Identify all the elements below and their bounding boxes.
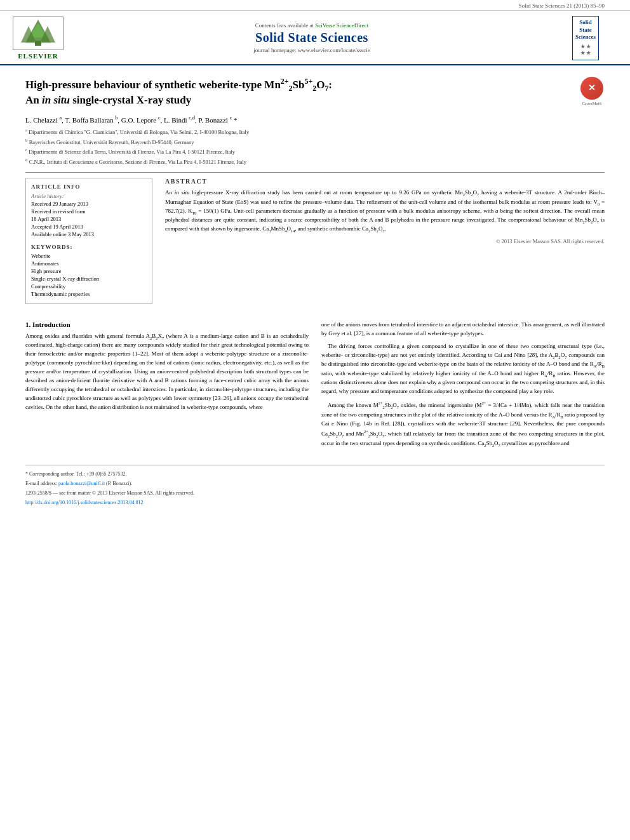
body-text-left: Among oxides and fluorides with general … (25, 332, 309, 412)
available-value: Available online 3 May 2013 (31, 231, 147, 239)
footer-section: * Corresponding author. Tel.: +39 (0)55 … (25, 465, 605, 507)
corresponding-note: * Corresponding author. Tel.: +39 (0)55 … (25, 470, 605, 478)
journal-title: Solid State Sciences (76, 30, 547, 45)
body-left: 1. Introduction Among oxides and fluorid… (25, 321, 309, 452)
journal-logo-right: SolidStateSciences ★ ★★ ★ (560, 16, 611, 60)
keyword-1: Weberite (31, 253, 147, 259)
body-right: one of the anions moves from tetrahedral… (321, 321, 605, 452)
history-label: Article history: (31, 193, 147, 199)
affiliation-a: a Dipartimento di Chimica "G. Ciamician"… (25, 127, 605, 137)
abstract-text: An in situ high-pressure X-ray diffracti… (165, 189, 605, 234)
right-column: ABSTRACT An in situ high-pressure X-ray … (165, 178, 605, 310)
keywords-section: Keywords: Weberite Antimonates High pres… (31, 244, 147, 297)
keywords-header: Keywords: (31, 244, 147, 250)
section-number: 1. (25, 321, 32, 328)
keyword-5: Compressibility (31, 283, 147, 290)
journal-top-bar: Solid State Sciences 21 (2013) 85–90 (0, 0, 630, 11)
article-history-section: Article history: Received 29 January 201… (31, 193, 147, 238)
doi-url[interactable]: http://dx.doi.org/10.1016/j.solidstatesc… (25, 500, 143, 505)
elsevier-logo: ELSEVIER (13, 17, 64, 60)
journal-citation: Solid State Sciences 21 (2013) 85–90 (519, 3, 605, 9)
revised-label: Received in revised form (31, 208, 147, 216)
affiliation-c: c Dipartimento di Scienze della Terra, U… (25, 147, 605, 156)
article-title-section: High-pressure behaviour of synthetic web… (25, 72, 605, 110)
logo-stars: ★ ★★ ★ (575, 44, 596, 57)
elsevier-logo-tree (13, 17, 64, 50)
journal-center: Contents lists available at SciVerse Sci… (64, 22, 560, 53)
received-value: Received 29 January 2013 (31, 201, 147, 208)
body-section: 1. Introduction Among oxides and fluorid… (25, 321, 605, 452)
journal-homepage: journal homepage: www.elsevier.com/locat… (76, 47, 547, 53)
email-link[interactable]: paola.bonazzi@unifi.it (58, 481, 105, 486)
logo-text: SolidStateSciences (575, 19, 596, 41)
contents-text: Contents lists available at (255, 22, 314, 29)
left-column: ARTICLE INFO Article history: Received 2… (25, 178, 152, 310)
article-info-abstract: ARTICLE INFO Article history: Received 2… (25, 178, 605, 310)
two-col-body: 1. Introduction Among oxides and fluorid… (25, 321, 605, 452)
affiliation-d: d C.N.R., Istituto di Geoscienze e Geori… (25, 157, 605, 166)
crossmark-badge: ✕ CrossMark (579, 77, 605, 106)
issn-note: 1293-2558/$ — see front matter © 2013 El… (25, 490, 605, 497)
accepted-value: Accepted 19 April 2013 (31, 223, 147, 231)
section-title: Introduction (32, 321, 70, 328)
divider-line (25, 172, 605, 173)
article-info-box: ARTICLE INFO Article history: Received 2… (25, 178, 152, 303)
from-word: from (379, 321, 390, 328)
affiliations: a Dipartimento di Chimica "G. Ciamician"… (25, 127, 605, 166)
keyword-2: Antimonates (31, 260, 147, 267)
main-content: High-pressure behaviour of synthetic web… (0, 65, 630, 521)
article-info-header: ARTICLE INFO (31, 183, 147, 190)
keyword-6: Thermodynamic properties (31, 291, 147, 297)
affiliation-b: b Bayerisches Geoinstitut, Universität B… (25, 137, 605, 147)
revised-date: 18 April 2013 (31, 216, 147, 223)
elsevier-wordmark: ELSEVIER (18, 52, 58, 60)
body-text-right: one of the anions moves from tetrahedral… (321, 321, 605, 448)
sciverse-link[interactable]: SciVerse ScienceDirect (315, 22, 368, 29)
doi-link: http://dx.doi.org/10.1016/j.solidstatesc… (25, 499, 605, 507)
journal-logo-box: SolidStateSciences ★ ★★ ★ (572, 16, 599, 60)
page: Solid State Sciences 21 (2013) 85–90 ELS… (0, 0, 630, 840)
crossmark-icon: ✕ (580, 77, 603, 100)
journal-header: ELSEVIER Contents lists available at Sci… (0, 11, 630, 65)
copyright-line: © 2013 Elsevier Masson SAS. All rights r… (165, 238, 605, 244)
crossmark-label: CrossMark (582, 101, 601, 106)
keyword-3: High pressure (31, 268, 147, 274)
contents-line: Contents lists available at SciVerse Sci… (76, 22, 547, 29)
authors-line: L. Chelazzi a, T. Boffa Ballaran b, G.O.… (25, 115, 605, 124)
abstract-header: ABSTRACT (165, 178, 605, 185)
article-title-text: High-pressure behaviour of synthetic web… (25, 77, 573, 110)
keyword-4: Single-crystal X-ray diffraction (31, 276, 147, 282)
article-main-title: High-pressure behaviour of synthetic web… (25, 77, 573, 108)
section-header: 1. Introduction (25, 321, 309, 328)
email-note: E-mail address: paola.bonazzi@unifi.it (… (25, 480, 605, 488)
